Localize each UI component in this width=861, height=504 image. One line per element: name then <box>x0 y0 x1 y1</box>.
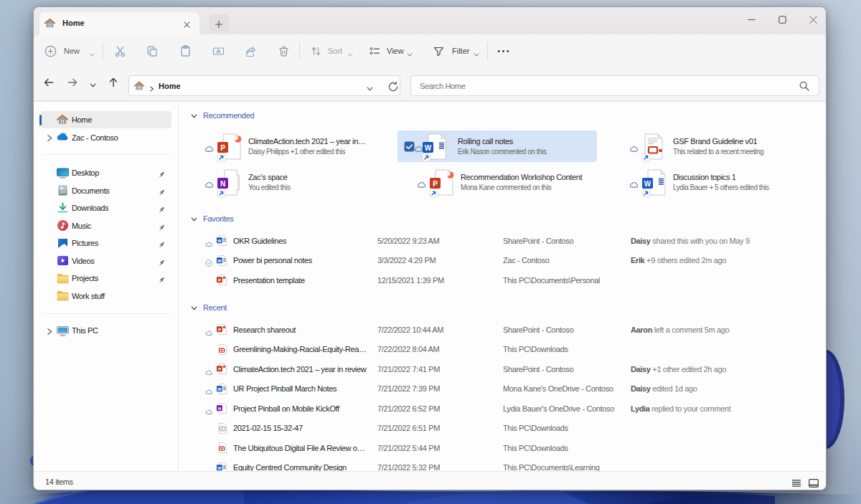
svg-text:W: W <box>217 238 222 243</box>
svg-text:N: N <box>220 180 225 188</box>
svg-text:P: P <box>218 327 221 332</box>
svg-text:P: P <box>218 277 221 282</box>
svg-text:W: W <box>217 465 222 470</box>
svg-text:P: P <box>218 366 221 371</box>
svg-text:P: P <box>433 180 438 188</box>
svg-text:W: W <box>425 144 432 152</box>
svg-text:W: W <box>644 180 651 188</box>
svg-text:P: P <box>220 144 225 152</box>
svg-text:N: N <box>218 406 221 411</box>
svg-text:W: W <box>217 257 222 262</box>
svg-text:W: W <box>217 386 222 391</box>
